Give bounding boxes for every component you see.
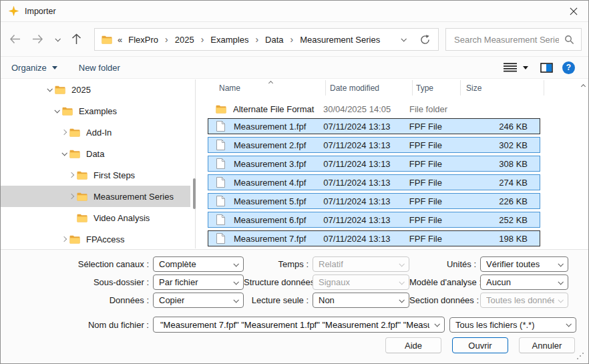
file-row-measurement-7-fpf[interactable]: Measurement 7.fpf07/11/2024 13:13FPF Fil… xyxy=(208,230,540,246)
new-folder-button[interactable]: New folder xyxy=(79,63,120,73)
filename-input[interactable] xyxy=(159,319,431,331)
selected-value: Non xyxy=(319,295,335,305)
chevron-right-icon[interactable] xyxy=(65,173,77,177)
chevron-down-icon[interactable] xyxy=(434,321,439,327)
lecture-seule-select[interactable]: Non xyxy=(313,293,409,308)
file-row-measurement-6-fpf[interactable]: Measurement 6.fpf07/11/2024 13:13FPF Fil… xyxy=(208,212,540,228)
organize-label: Organize xyxy=(11,63,47,73)
selection-canaux-select[interactable]: Complète xyxy=(153,256,244,272)
chevron-down-icon[interactable] xyxy=(43,87,55,92)
filename-combobox xyxy=(153,317,445,333)
open-button[interactable]: Ouvrir xyxy=(452,337,508,353)
tree-item-video-analysis[interactable]: Video Analysis xyxy=(1,207,190,228)
file-name: Measurement 2.fpf xyxy=(234,140,323,150)
file-icon xyxy=(216,233,227,244)
file-row-measurement-4-fpf[interactable]: Measurement 4.fpf07/11/2024 13:13FPF Fil… xyxy=(208,174,540,190)
file-icon xyxy=(216,158,227,169)
file-date-modified: 07/11/2024 13:13 xyxy=(323,159,409,169)
tree-item-first-steps[interactable]: First Steps xyxy=(1,164,190,186)
file-row-measurement-2-fpf[interactable]: Measurement 2.fpf07/11/2024 13:13FPF Fil… xyxy=(208,137,540,153)
column-header-date-modified[interactable]: Date modified xyxy=(330,83,379,93)
folder-icon xyxy=(69,128,80,137)
file-name: Measurement 3.fpf xyxy=(234,159,323,169)
file-rows: Alternate File Format30/04/2025 14:05Fil… xyxy=(208,100,540,249)
breadcrumb-item-data[interactable]: Data xyxy=(264,35,284,45)
column-header-type[interactable]: Type xyxy=(416,83,433,93)
file-date-modified: 07/11/2024 13:13 xyxy=(323,178,409,188)
column-header-size[interactable]: Size xyxy=(466,83,481,93)
up-button[interactable] xyxy=(67,30,85,48)
file-date-modified: 30/04/2025 14:05 xyxy=(323,104,409,114)
tree-item-2025[interactable]: 2025 xyxy=(1,79,190,100)
file-size: 302 KB xyxy=(457,140,540,150)
file-row-alternate-file-format[interactable]: Alternate File Format30/04/2025 14:05Fil… xyxy=(208,100,540,118)
file-name: Measurement 1.fpf xyxy=(234,122,323,132)
chevron-down-icon[interactable] xyxy=(58,152,69,156)
donnees-label: Données : xyxy=(1,293,149,308)
folder-icon xyxy=(77,192,87,201)
scroll-up-icon[interactable] xyxy=(581,84,586,89)
preview-pane-button[interactable] xyxy=(540,63,553,73)
refresh-button[interactable] xyxy=(420,35,430,45)
file-row-measurement-5-fpf[interactable]: Measurement 5.fpf07/11/2024 13:13FPF Fil… xyxy=(208,193,540,209)
tree-item-data[interactable]: Data xyxy=(1,143,190,164)
cancel-button[interactable]: Annuler xyxy=(519,337,575,353)
tree-item-add-in[interactable]: Add-In xyxy=(1,122,190,143)
tree-scrollbar-thumb[interactable] xyxy=(193,178,196,209)
chevron-right-icon[interactable] xyxy=(65,194,77,198)
search-input[interactable] xyxy=(453,34,560,45)
view-menu-chevron-down-icon[interactable] xyxy=(523,66,528,69)
sous-dossier-select[interactable]: Par fichier xyxy=(153,275,244,290)
help-icon[interactable]: ? xyxy=(562,61,575,74)
forward-button[interactable] xyxy=(29,30,46,48)
file-type: FPF File xyxy=(409,159,457,169)
unites-select[interactable]: Vérifier toutes xyxy=(480,256,568,272)
tree-item-measurement-series[interactable]: Measurement Series xyxy=(1,186,190,207)
breadcrumb-item-examples[interactable]: Examples xyxy=(209,35,250,45)
breadcrumb-item-measurement-series[interactable]: Measurement Series xyxy=(299,35,381,45)
folder-icon xyxy=(77,171,87,180)
close-icon xyxy=(570,7,578,15)
tree-item-fpaccess[interactable]: FPAccess xyxy=(1,228,190,250)
details-view-button[interactable] xyxy=(504,63,517,72)
close-button[interactable] xyxy=(559,1,588,21)
file-date-modified: 07/11/2024 13:13 xyxy=(323,215,409,225)
chevron-right-icon[interactable] xyxy=(58,130,69,134)
back-button[interactable] xyxy=(6,30,23,48)
file-date-modified: 07/11/2024 13:13 xyxy=(323,140,409,150)
file-size: 308 KB xyxy=(457,159,540,169)
tree-item-label: FPAccess xyxy=(86,234,125,244)
selected-value: Relatif xyxy=(319,259,343,269)
file-size: 274 KB xyxy=(457,178,540,188)
file-row-measurement-1-fpf[interactable]: Measurement 1.fpf07/11/2024 13:13FPF Fil… xyxy=(208,118,540,134)
column-divider xyxy=(460,80,461,96)
chevron-down-icon xyxy=(52,66,57,69)
chevron-down-icon[interactable] xyxy=(51,109,62,113)
tree-item-label: Measurement Series xyxy=(93,192,174,202)
column-header-name[interactable]: Name xyxy=(219,83,240,93)
arrow-up-icon xyxy=(71,33,81,45)
refresh-icon xyxy=(420,35,430,45)
help-button[interactable]: Aide xyxy=(385,337,441,353)
tree-item-examples[interactable]: Examples xyxy=(1,100,190,122)
breadcrumb-overflow[interactable]: « xyxy=(118,35,122,45)
organize-button[interactable]: Organize xyxy=(11,63,57,73)
address-dropdown-button[interactable] xyxy=(401,37,405,41)
donnees-select[interactable]: Copier xyxy=(153,293,244,308)
file-row-measurement-3-fpf[interactable]: Measurement 3.fpf07/11/2024 13:13FPF Fil… xyxy=(208,156,540,172)
recent-locations-button[interactable] xyxy=(51,30,63,48)
chevron-right-icon[interactable] xyxy=(58,237,69,241)
tree-item-label: Video Analysis xyxy=(93,213,150,223)
chevron-down-icon xyxy=(234,262,238,266)
breadcrumb-item-2025[interactable]: 2025 xyxy=(174,35,196,45)
breadcrumb-item-flexpro[interactable]: FlexPro xyxy=(127,35,160,45)
breadcrumb: FlexPro›2025›Examples›Data›Measurement S… xyxy=(127,34,381,45)
section-donnees-select: Toutes les données xyxy=(480,293,568,308)
file-type-filter-select[interactable]: Tous les fichiers (*.*) xyxy=(449,317,576,333)
modele-d-analyse-select[interactable]: Aucun xyxy=(480,275,568,290)
unites-label: Unités : xyxy=(409,256,476,272)
resize-grip-icon[interactable] xyxy=(582,353,584,354)
file-name: Alternate File Format xyxy=(233,104,323,114)
folder-icon xyxy=(55,85,65,94)
address-bar[interactable]: « FlexPro›2025›Examples›Data›Measurement… xyxy=(94,28,439,51)
